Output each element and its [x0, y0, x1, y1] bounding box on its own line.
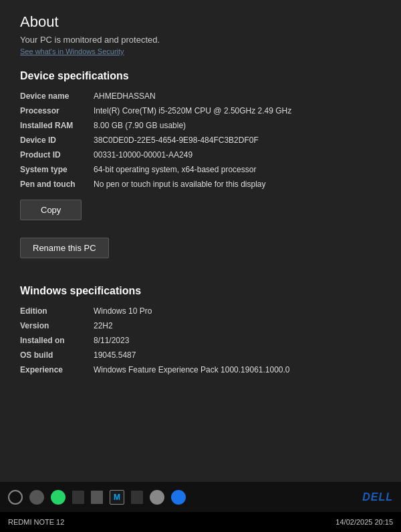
device-spec-table: Device name AHMEDHASSAN Processor Intel(… — [20, 91, 381, 189]
rename-pc-button[interactable]: Rename this PC — [20, 238, 109, 258]
spec-label: Device name — [20, 91, 94, 101]
spec-row: Installed RAM 8.00 GB (7.90 GB usable) — [20, 121, 381, 130]
spec-row: Product ID 00331-10000-00001-AA249 — [20, 150, 381, 160]
spec-value: 8.00 GB (7.90 GB usable) — [94, 121, 381, 130]
screen-container: About Your PC is monitored and protected… — [0, 0, 401, 532]
spec-label: Experience — [20, 365, 94, 374]
spec-value: 38C0DE0D-22E5-4654-9E98-484FC3B2DF0F — [94, 136, 381, 145]
spec-row: Version 22H2 — [20, 321, 381, 330]
spec-value: 8/11/2023 — [94, 336, 381, 345]
spec-row: Device name AHMEDHASSAN — [20, 91, 381, 101]
taskbar-app-icon[interactable] — [131, 491, 143, 504]
spec-label: Device ID — [20, 136, 94, 145]
taskbar: M DELL — [0, 482, 401, 512]
taskbar-left: M — [8, 490, 186, 505]
spec-label: Product ID — [20, 150, 94, 160]
taskbar-circle-icon[interactable] — [8, 490, 23, 505]
taskbar-folder-icon[interactable] — [91, 491, 103, 504]
security-link[interactable]: See what's in Windows Security — [20, 47, 381, 55]
spec-value: No pen or touch input is available for t… — [94, 180, 381, 189]
spec-value: 00331-10000-00001-AA249 — [94, 150, 381, 160]
copy-button[interactable]: Copy — [20, 200, 82, 220]
spec-value: Windows Feature Experience Pack 1000.190… — [94, 365, 381, 374]
device-name-label: REDMI NOTE 12 — [8, 518, 64, 526]
taskbar-m-icon[interactable]: M — [110, 490, 124, 505]
spec-value: Windows 10 Pro — [94, 306, 381, 316]
spec-row: Pen and touch No pen or touch input is a… — [20, 180, 381, 189]
windows-specs-title: Windows specifications — [20, 285, 381, 297]
spec-value: 19045.5487 — [94, 350, 381, 360]
windows-specs-section: Windows specifications Edition Windows 1… — [20, 285, 381, 374]
spec-row: OS build 19045.5487 — [20, 350, 381, 360]
spec-label: Version — [20, 321, 94, 330]
main-content: About Your PC is monitored and protected… — [0, 0, 401, 482]
spec-label: Processor — [20, 106, 94, 115]
spec-row: System type 64-bit operating system, x64… — [20, 165, 381, 174]
taskbar-whatsapp-icon[interactable] — [51, 490, 65, 505]
spec-label: Pen and touch — [20, 180, 94, 189]
spec-row: Edition Windows 10 Pro — [20, 306, 381, 316]
taskbar-center: DELL — [362, 491, 393, 503]
spec-label: OS build — [20, 350, 94, 360]
spec-row: Processor Intel(R) Core(TM) i5-2520M CPU… — [20, 106, 381, 115]
device-specs-title: Device specifications — [20, 70, 381, 82]
spec-value: 64-bit operating system, x64-based proce… — [94, 165, 381, 174]
spec-label: Installed RAM — [20, 121, 94, 130]
spec-value: Intel(R) Core(TM) i5-2520M CPU @ 2.50GHz… — [94, 106, 381, 115]
spec-row: Installed on 8/11/2023 — [20, 336, 381, 345]
taskbar-filled-icon-1[interactable] — [29, 490, 44, 505]
taskbar-settings-icon[interactable] — [150, 490, 164, 505]
about-title: About — [20, 13, 381, 31]
datetime-label: 14/02/2025 20:15 — [336, 518, 393, 526]
taskbar-blue-icon[interactable] — [171, 490, 186, 505]
spec-row: Device ID 38C0DE0D-22E5-4654-9E98-484FC3… — [20, 136, 381, 145]
dell-logo: DELL — [362, 491, 393, 503]
spec-label: Installed on — [20, 336, 94, 345]
spec-label: Edition — [20, 306, 94, 316]
protection-text: Your PC is monitored and protected. — [20, 35, 381, 45]
spec-value: AHMEDHASSAN — [94, 91, 381, 101]
taskbar-files-icon[interactable] — [72, 491, 84, 504]
bottom-bar: REDMI NOTE 12 14/02/2025 20:15 — [0, 512, 401, 532]
spec-label: System type — [20, 165, 94, 174]
spec-value: 22H2 — [94, 321, 381, 330]
spec-row: Experience Windows Feature Experience Pa… — [20, 365, 381, 374]
windows-spec-table: Edition Windows 10 Pro Version 22H2 Inst… — [20, 306, 381, 374]
